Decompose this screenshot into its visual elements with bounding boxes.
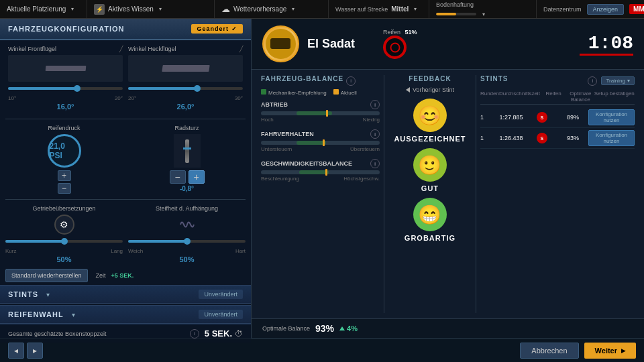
training-chevron: ▾ xyxy=(627,78,630,84)
placement-dropdown[interactable]: Aktuelle Platzierung ▾ xyxy=(0,0,87,18)
fahrverhalten-labels: Untersteuern Übersteuern xyxy=(261,146,380,152)
stint-row-2: 1 1:26.438 S 93% Konfiguration nutzen xyxy=(480,128,635,149)
timer-display: 1:08 xyxy=(580,33,633,56)
bottom-controls: Standard wiederherstellen Zeit +5 SEK. xyxy=(0,266,251,285)
speed-balance-title: GESCHWINDIGKEITSBALANCE i xyxy=(261,159,380,168)
abtrieb-info[interactable]: i xyxy=(370,100,380,109)
abtrieb-label: ABTRIEB xyxy=(261,101,288,108)
knowledge-chevron: ▾ xyxy=(159,6,162,12)
stiffness-icon xyxy=(128,215,246,235)
changed-badge: Geändert ✓ xyxy=(191,24,243,34)
suspension-plus[interactable]: + xyxy=(189,170,205,184)
water-value: Mittel xyxy=(391,5,409,13)
fahrverhalten-info[interactable]: i xyxy=(370,129,380,139)
panel-header-label: FAHRZEUGKONFIGURATION xyxy=(8,25,125,33)
stint-2-zeit: 1:26.438 xyxy=(496,135,527,141)
mech-dot xyxy=(261,89,266,95)
suspension-minus[interactable]: − xyxy=(170,170,186,184)
cancel-button[interactable]: Abbrechen xyxy=(520,343,578,359)
stint-1-action[interactable]: Konfiguration nutzen xyxy=(588,109,635,125)
stints-chevron: ▾ xyxy=(46,291,50,298)
tire-pressure-controls: + − xyxy=(5,170,123,194)
active-knowledge-dropdown[interactable]: ⚡ Aktives Wissen ▾ xyxy=(87,0,215,18)
tire-pressure-minus[interactable]: − xyxy=(58,183,71,194)
driver-header: El Sadat Reifen 51% 1:08 xyxy=(252,19,644,70)
stint-1-zeit: 1:27.885 xyxy=(496,114,527,121)
stiff-min: Weich xyxy=(128,248,143,254)
stiffness-value: 50% xyxy=(128,255,246,263)
feedback-prev-label: Vorheriger Stint xyxy=(413,86,454,93)
next-button[interactable]: Weiter ▸ xyxy=(584,343,636,359)
speed-balance-actual-marker xyxy=(325,169,327,176)
abtrieb-left: Hoch xyxy=(261,117,274,123)
rear-wing-value: 26,0° xyxy=(128,103,243,111)
rear-wing-title: Winkel Heckflügel ╱ xyxy=(128,46,243,52)
grip-bar-fill xyxy=(436,13,456,15)
panel-header: FAHRZEUGKONFIGURATION Geändert ✓ xyxy=(0,19,251,40)
stints-toggle[interactable]: STINTS ▾ Unverändert xyxy=(0,285,251,304)
front-wing-slider[interactable] xyxy=(8,87,123,90)
speed-balance-info[interactable]: i xyxy=(370,159,380,168)
gear-title: Getriebeübersetzungen xyxy=(5,205,123,212)
front-wing-icon-display xyxy=(8,55,123,82)
stiffness-slider[interactable] xyxy=(128,240,246,243)
stint-1-runden: 1 xyxy=(480,114,496,121)
stints-info-btn[interactable]: i xyxy=(588,76,597,86)
restore-button[interactable]: Standard wiederherstellen xyxy=(5,269,88,282)
fahrverhalten-slider: FAHRVERHALTEN i Untersteuern Übersteuern xyxy=(261,129,380,152)
top-bar: Aktuelle Platzierung ▾ ⚡ Aktives Wissen … xyxy=(0,0,644,19)
tire-choice-label: REIFENWAHL xyxy=(8,310,64,318)
stint-row-1: 1 1:27.885 S 89% Konfiguration nutzen xyxy=(480,107,635,128)
data-center-label: Datenzentrum xyxy=(543,6,582,13)
data-center-btn[interactable]: Anzeigen xyxy=(587,4,625,15)
susp-bar xyxy=(185,139,189,163)
tire-pressure-plus[interactable]: + xyxy=(58,170,71,181)
pit-info-btn[interactable]: i xyxy=(190,329,199,339)
balance-legend: Mechaniker-Empfehlung Aktuell xyxy=(261,89,380,96)
tire-pct-value: 51% xyxy=(405,29,417,36)
time-label: Zeit xyxy=(96,272,106,279)
tire-choice-badge: Unverändert xyxy=(199,310,243,319)
next-arrow-icon: ▸ xyxy=(621,346,625,355)
stint-2-config-btn[interactable]: Konfiguration nutzen xyxy=(588,130,635,146)
speed-balance-mech-fill xyxy=(299,170,329,174)
rear-wing-slider[interactable] xyxy=(128,87,243,90)
stiffness-col: Steifheit d. Aufhängung Weich Hart 50% xyxy=(128,205,246,263)
weather-dropdown[interactable]: ☁ Wettervorhersage ▾ xyxy=(215,0,329,18)
gear-thumb[interactable] xyxy=(61,238,68,245)
speed-balance-track xyxy=(261,170,380,174)
prev-btn[interactable]: ◂ xyxy=(8,343,24,359)
stiffness-thumb[interactable] xyxy=(184,238,191,245)
feedback-prev: Vorheriger Stint xyxy=(406,86,454,93)
front-wing-col: Winkel Frontflügel ╱ 10° 20° 16,0° xyxy=(8,46,123,111)
front-wing-title: Winkel Frontflügel ╱ xyxy=(8,46,123,52)
tire-pressure-knob[interactable]: 21,0 PSI xyxy=(48,134,81,168)
susp-indicator xyxy=(183,147,191,149)
weather-label: Wettervorhersage xyxy=(233,5,286,13)
changed-badge-label: Geändert xyxy=(197,25,229,32)
pit-clock-icon: ⏱ xyxy=(235,329,243,339)
stint-1-config-btn[interactable]: Konfiguration nutzen xyxy=(588,109,635,125)
front-wing-value: 16,0° xyxy=(8,103,123,111)
placement-label: Aktuelle Platzierung xyxy=(7,5,66,13)
rear-wing-thumb[interactable] xyxy=(194,85,201,92)
grip-item: Bodenhaftung ▾ xyxy=(429,0,537,18)
action-btns: Abbrechen Weiter ▸ xyxy=(520,343,636,359)
grip-bar xyxy=(436,13,476,15)
avatar-visor xyxy=(270,38,290,49)
optimal-balance-row: Optimale Balance 93% 4% xyxy=(252,318,644,338)
rear-wing-icon-display xyxy=(128,55,243,82)
tire-info: Reifen 51% xyxy=(383,29,417,59)
front-wing-thumb[interactable] xyxy=(74,85,80,92)
next-nav-btn[interactable]: ▸ xyxy=(27,343,43,359)
placement-chevron: ▾ xyxy=(71,6,74,12)
water-chevron: ▾ xyxy=(414,6,417,12)
balance-info-btn[interactable]: i xyxy=(346,76,356,86)
timer-bar xyxy=(580,54,633,56)
tire-choice-toggle[interactable]: REIFENWAHL ▾ Unverändert xyxy=(0,305,251,324)
water-label: Wasser auf Strecke xyxy=(335,6,388,13)
gear-min: Kurz xyxy=(5,248,16,254)
feedback-arrow-icon xyxy=(406,87,410,93)
stint-2-action[interactable]: Konfiguration nutzen xyxy=(588,130,635,146)
gear-slider[interactable] xyxy=(5,240,123,243)
